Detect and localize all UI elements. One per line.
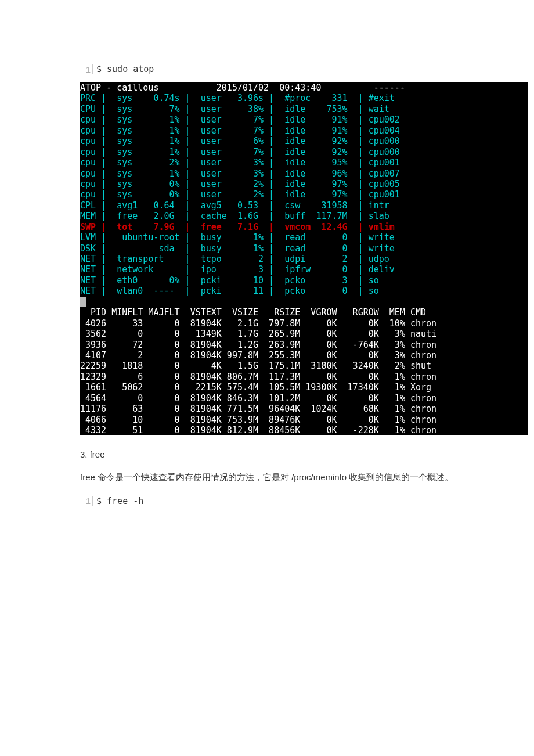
atop-row: cpu | sys 1% | user 6% | idle 92% | cpu0… bbox=[80, 136, 400, 146]
atop-row: NET | network | ipo 3 | ipfrw 0 | deliv bbox=[80, 264, 395, 275]
atop-proc-header: PID MINFLT MAJFLT VSTEXT VSIZE RSIZE VGR… bbox=[80, 307, 431, 318]
atop-row: LVM | ubuntu-root | busy 1% | read 0 | w… bbox=[80, 232, 395, 243]
atop-row: cpu | sys 1% | user 7% | idle 91% | cpu0… bbox=[80, 125, 400, 136]
code-block-free-h: 1 $ free -h bbox=[80, 496, 528, 506]
line-number: 1 bbox=[80, 496, 93, 506]
atop-proc-row: 1661 5062 0 2215K 575.4M 105.5M 19300K 1… bbox=[80, 382, 431, 393]
atop-row: NET | transport | tcpo 2 | udpi 2 | udpo bbox=[80, 254, 395, 264]
atop-proc-row: 3562 0 0 1349K 1.7G 265.9M 0K 0K 3% naut… bbox=[80, 329, 436, 339]
code-text: $ free -h bbox=[93, 496, 143, 506]
atop-proc-row: 4564 0 0 81904K 846.3M 101.2M 0K 0K 1% c… bbox=[80, 393, 436, 404]
line-number: 1 bbox=[80, 64, 93, 74]
atop-row: NET | wlan0 ---- | pcki 11 | pcko 0 | so bbox=[80, 286, 395, 296]
atop-row: cpu | sys 2% | user 3% | idle 95% | cpu0… bbox=[80, 157, 400, 168]
atop-row: cpu | sys 1% | user 7% | idle 92% | cpu0… bbox=[80, 147, 400, 157]
atop-row: CPU | sys 7% | user 38% | idle 753% | wa… bbox=[80, 104, 395, 114]
atop-row: cpu | sys 0% | user 2% | idle 97% | cpu0… bbox=[80, 189, 400, 200]
atop-proc-row: 4107 2 0 81904K 997.8M 255.3M 0K 0K 3% c… bbox=[80, 350, 436, 361]
atop-row: MEM | free 2.0G | cache 1.6G | buff 117.… bbox=[80, 211, 395, 221]
code-text: $ sudo atop bbox=[93, 64, 154, 74]
atop-row: cpu | sys 1% | user 3% | idle 96% | cpu0… bbox=[80, 168, 400, 179]
atop-proc-row: 4066 10 0 81904K 753.9M 89476K 0K 0K 1% … bbox=[80, 415, 436, 425]
atop-row: NET | eth0 0% | pcki 10 | pcko 3 | so bbox=[80, 275, 395, 286]
atop-proc-row: 4026 33 0 81904K 2.1G 797.8M 0K 0K 10% c… bbox=[80, 318, 436, 329]
terminal-cursor bbox=[80, 297, 86, 307]
atop-proc-row: 3936 72 0 81904K 1.2G 263.9M 0K -764K 3%… bbox=[80, 340, 436, 350]
atop-proc-row: 4332 51 0 81904K 812.9M 88456K 0K -228K … bbox=[80, 425, 436, 435]
atop-row: cpu | sys 0% | user 2% | idle 97% | cpu0… bbox=[80, 179, 400, 189]
atop-row: PRC | sys 0.74s | user 3.96s | #proc 331… bbox=[80, 93, 395, 103]
section-title-free: 3. free bbox=[80, 449, 528, 459]
atop-proc-row: 22259 1818 0 4K 1.5G 175.1M 3180K 3240K … bbox=[80, 361, 431, 371]
atop-header: ATOP - caillous 2015/01/02 00:43:40 ----… bbox=[80, 82, 442, 93]
atop-swp-row: SWP | tot 7.9G | free 7.1G | vmcom 12.4G… bbox=[80, 222, 395, 232]
atop-row: cpu | sys 1% | user 7% | idle 91% | cpu0… bbox=[80, 114, 400, 125]
free-description: free 命令是一个快速查看内存使用情况的方法，它是对 /proc/meminf… bbox=[80, 470, 528, 485]
atop-row: CPL | avg1 0.64 | avg5 0.53 | csw 31958 … bbox=[80, 200, 395, 211]
atop-terminal-output: ATOP - caillous 2015/01/02 00:43:40 ----… bbox=[80, 82, 528, 435]
atop-proc-row: 12329 6 0 81904K 806.7M 117.3M 0K 0K 1% … bbox=[80, 372, 436, 382]
code-block-sudo-atop: 1 $ sudo atop bbox=[80, 64, 528, 74]
atop-proc-row: 11176 63 0 81904K 771.5M 96404K 1024K 68… bbox=[80, 404, 436, 414]
atop-row: DSK | sda | busy 1% | read 0 | write bbox=[80, 243, 395, 254]
